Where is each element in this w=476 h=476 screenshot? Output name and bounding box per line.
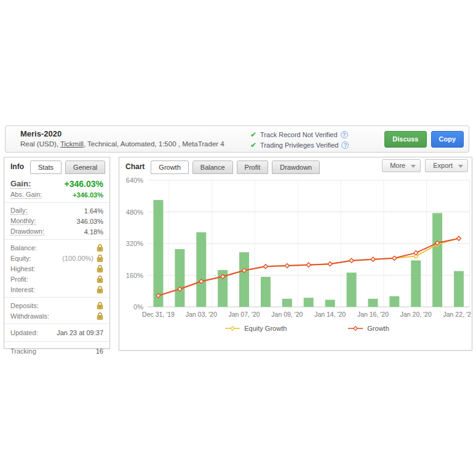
more-dropdown[interactable]: More: [382, 159, 421, 172]
growth-chart-canvas[interactable]: 640%480%320%160%0%Dec 31, '19Jan 03, '20…: [121, 176, 471, 323]
lock-icon: [97, 244, 103, 252]
monthly-label: Monthly:: [10, 217, 36, 225]
svg-text:160%: 160%: [126, 272, 143, 279]
gain-label: Gain:: [10, 179, 31, 189]
svg-text:320%: 320%: [126, 240, 143, 247]
chevron-down-icon: [411, 165, 416, 168]
svg-text:Jan 20, '20: Jan 20, '20: [400, 311, 432, 318]
stats-body: Gain: +346.03% Abs. Gain: +346.03% Daily…: [4, 174, 109, 358]
lock-icon: [97, 264, 103, 272]
tab-balance[interactable]: Balance: [192, 161, 233, 174]
svg-text:480%: 480%: [126, 208, 143, 216]
verification-block: ✔ Track Record Not Verified ✔ Trading Pr…: [250, 129, 349, 150]
drawdown-label: Drawdown:: [10, 228, 44, 236]
account-header: Meris-2020 Real (USD), Tickmill, Technic…: [5, 125, 469, 153]
lock-icon: [97, 285, 103, 293]
subtitle-text: , Technical, Automated, 1:500 , MetaTrad…: [84, 140, 224, 148]
lock-icon: [97, 312, 103, 320]
stat-row-drawdown: Drawdown: 4.18%: [10, 226, 103, 237]
divider: [4, 239, 109, 240]
stat-row-highest: Highest:: [10, 263, 103, 274]
tab-growth[interactable]: Growth: [151, 161, 188, 174]
lock-icon: [97, 301, 103, 309]
svg-text:Jan 22, '20: Jan 22, '20: [443, 311, 471, 318]
stat-row-profit: Profit:: [10, 274, 103, 284]
lock-icon: [97, 275, 103, 283]
stat-row-balance: Balance:: [10, 242, 103, 253]
privileges-label: Trading Privileges Verified: [260, 141, 338, 149]
tab-general[interactable]: General: [65, 161, 105, 174]
tab-profit[interactable]: Profit: [237, 161, 269, 174]
chevron-down-icon: [458, 165, 463, 168]
tab-drawdown[interactable]: Drawdown: [272, 161, 320, 174]
interest-label: Interest:: [10, 286, 35, 293]
subtitle-text: Real (USD),: [20, 140, 60, 148]
svg-text:Dec 31, '19: Dec 31, '19: [142, 311, 175, 318]
svg-text:Jan 07, '20: Jan 07, '20: [229, 311, 260, 318]
chart-tab-row: Chart Growth Balance Profit Drawdown Mor…: [119, 157, 472, 174]
svg-text:Jan 16, '20: Jan 16, '20: [357, 311, 389, 318]
updated-label: Updated:: [10, 329, 38, 336]
divider: [4, 341, 109, 342]
legend-item-equity-growth: Equity Growth: [225, 325, 287, 332]
privileges-row: ✔ Trading Privileges Verified: [250, 140, 349, 150]
drawdown-value: 4.18%: [84, 228, 103, 236]
updated-value: Jan 23 at 09:37: [57, 329, 103, 336]
svg-text:Jan 03, '20: Jan 03, '20: [186, 311, 217, 318]
abs-gain-label: Abs. Gain:: [10, 191, 42, 199]
stat-row-monthly: Monthly: 346.03%: [10, 216, 103, 226]
svg-text:Jan 09, '20: Jan 09, '20: [271, 311, 303, 318]
broker-link[interactable]: Tickmill: [60, 140, 84, 148]
copy-button[interactable]: Copy: [431, 131, 464, 148]
chart-section-label: Chart: [125, 160, 147, 174]
info-tab-row: Info Stats General: [4, 157, 109, 174]
divider: [4, 323, 109, 324]
tracking-label: Tracking: [10, 347, 36, 355]
divider: [4, 202, 109, 203]
equity-label: Equity:: [10, 255, 31, 262]
lock-icon: [97, 254, 103, 262]
help-icon[interactable]: [341, 131, 348, 138]
tracking-value: 16: [96, 347, 103, 355]
monthly-value: 346.03%: [77, 218, 103, 225]
stat-row-withdrawals: Withdrawals:: [10, 311, 103, 321]
checkmark-icon: ✔: [250, 141, 256, 149]
svg-text:640%: 640%: [126, 177, 143, 184]
export-dropdown[interactable]: Export: [425, 159, 468, 172]
equity-growth-marker-icon: [225, 325, 240, 331]
account-subtitle: Real (USD), Tickmill, Technical, Automat…: [20, 140, 224, 148]
withdrawals-label: Withdrawals:: [10, 312, 49, 320]
gain-value: +346.03%: [65, 179, 103, 189]
chart-legend: Equity Growth Growth: [146, 325, 468, 332]
svg-text:0%: 0%: [133, 303, 143, 311]
stat-row-equity: Equity: (100.00%): [10, 253, 103, 263]
equity-percent: (100.00%): [62, 255, 93, 262]
header-buttons: Discuss Copy: [384, 131, 464, 148]
daily-label: Daily:: [10, 207, 28, 215]
balance-label: Balance:: [10, 244, 37, 252]
account-title: Meris-2020: [20, 129, 224, 138]
tab-stats[interactable]: Stats: [30, 161, 61, 174]
highest-label: Highest:: [10, 265, 35, 272]
info-section-label: Info: [10, 160, 26, 174]
stat-row-daily: Daily: 1.64%: [10, 205, 103, 216]
account-identity: Meris-2020 Real (USD), Tickmill, Technic…: [20, 129, 224, 148]
abs-gain-value: +346.03%: [73, 191, 103, 199]
legend-label: Growth: [367, 325, 389, 332]
divider: [4, 297, 109, 298]
stat-row-gain: Gain: +346.03%: [10, 177, 103, 189]
profit-label: Profit:: [10, 276, 28, 283]
daily-value: 1.64%: [84, 207, 103, 215]
chart-panel: Chart Growth Balance Profit Drawdown Mor…: [119, 157, 472, 351]
stat-row-deposits: Deposits:: [10, 300, 103, 311]
help-icon[interactable]: [341, 141, 349, 149]
track-record-row: ✔ Track Record Not Verified: [250, 129, 349, 140]
growth-marker-icon: [348, 325, 363, 331]
legend-label: Equity Growth: [244, 325, 287, 332]
discuss-button[interactable]: Discuss: [384, 131, 426, 148]
deposits-label: Deposits:: [10, 302, 39, 309]
stat-row-updated: Updated: Jan 23 at 09:37: [10, 327, 103, 339]
track-record-label: Track Record Not Verified: [260, 131, 338, 138]
info-panel: Info Stats General Gain: +346.03% Abs. G…: [4, 157, 110, 349]
page: Meris-2020 Real (USD), Tickmill, Technic…: [0, 0, 476, 476]
